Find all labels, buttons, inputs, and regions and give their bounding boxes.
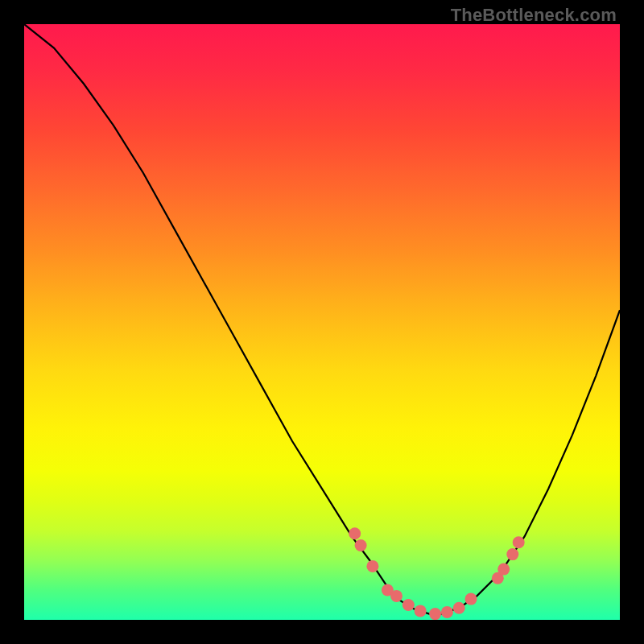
- data-point-marker: [402, 599, 415, 611]
- data-point-marker: [390, 590, 402, 602]
- data-point-marker: [355, 539, 367, 551]
- curve-line: [24, 24, 620, 614]
- data-point-marker: [441, 606, 453, 618]
- data-point-marker: [506, 548, 518, 560]
- data-point-marker: [465, 593, 477, 605]
- data-point-marker: [453, 602, 465, 614]
- curve-markers: [349, 527, 525, 620]
- chart-plot-area: [24, 24, 620, 620]
- data-point-marker: [415, 605, 427, 617]
- data-point-marker: [349, 527, 361, 539]
- data-point-marker: [513, 536, 525, 548]
- watermark-text: TheBottleneck.com: [451, 5, 617, 26]
- data-point-marker: [429, 608, 441, 620]
- data-point-marker: [497, 564, 510, 576]
- chart-svg: [24, 24, 620, 620]
- data-point-marker: [366, 560, 378, 572]
